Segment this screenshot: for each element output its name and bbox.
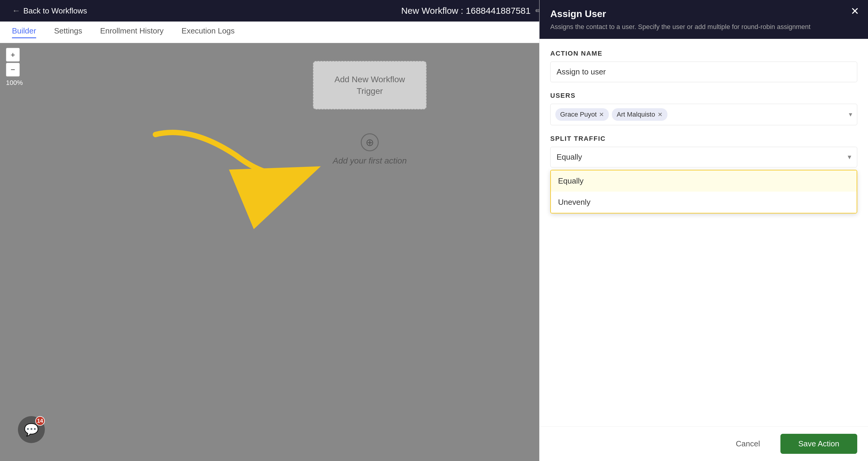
split-traffic-select[interactable]: Equally bbox=[550, 147, 857, 167]
split-traffic-label: SPLIT TRAFFIC bbox=[550, 135, 857, 143]
add-action-button[interactable]: ⊕ bbox=[361, 133, 379, 151]
panel-title: Assign User bbox=[550, 8, 857, 20]
zoom-out-icon: − bbox=[10, 65, 15, 74]
panel-footer: Cancel Save Action bbox=[539, 426, 868, 461]
zoom-level-label: 100% bbox=[6, 79, 23, 87]
user-tag-art-name: Art Malquisto bbox=[617, 111, 655, 118]
chat-badge: 14 bbox=[35, 416, 45, 426]
connector-line bbox=[369, 118, 370, 133]
tab-enrollment-history[interactable]: Enrollment History bbox=[100, 26, 163, 38]
panel-close-button[interactable]: ✕ bbox=[851, 6, 859, 16]
action-name-label: ACTION NAME bbox=[550, 50, 857, 57]
split-traffic-dropdown: Equally Unevenly bbox=[550, 170, 857, 213]
trigger-box[interactable]: Add New Workflow Trigger bbox=[313, 61, 427, 110]
action-name-input[interactable] bbox=[550, 62, 857, 82]
tab-builder[interactable]: Builder bbox=[12, 26, 36, 38]
plus-icon: ⊕ bbox=[366, 136, 374, 148]
tab-execution-logs[interactable]: Execution Logs bbox=[181, 26, 235, 38]
trigger-label: Add New Workflow Trigger bbox=[335, 75, 405, 96]
add-first-action-label: Add your first action bbox=[333, 156, 406, 165]
zoom-in-icon: + bbox=[10, 50, 15, 60]
panel-body: ACTION NAME USERS Grace Puyot ✕ Art Malq… bbox=[539, 39, 868, 426]
zoom-in-button[interactable]: + bbox=[6, 48, 20, 62]
tab-settings[interactable]: Settings bbox=[54, 26, 82, 38]
save-action-button[interactable]: Save Action bbox=[780, 434, 857, 454]
dropdown-item-unevenly[interactable]: Unevenly bbox=[551, 192, 857, 213]
users-label: USERS bbox=[550, 92, 857, 99]
back-to-workflows-button[interactable]: ← Back to Workflows bbox=[12, 6, 87, 16]
user-tag-art: Art Malquisto ✕ bbox=[612, 108, 667, 121]
workflow-title-text: New Workflow : 1688441887581 bbox=[401, 6, 531, 16]
assign-user-panel: Assign User Assigns the contact to a use… bbox=[539, 0, 868, 461]
split-traffic-section: SPLIT TRAFFIC Equally Equally Unevenly bbox=[550, 135, 857, 213]
panel-subtitle: Assigns the contact to a user. Specify t… bbox=[550, 23, 819, 32]
chat-widget[interactable]: 💬 14 bbox=[18, 416, 45, 443]
cancel-button[interactable]: Cancel bbox=[721, 434, 774, 454]
users-field[interactable]: Grace Puyot ✕ Art Malquisto ✕ ▾ bbox=[550, 104, 857, 125]
chat-icon: 💬 bbox=[24, 423, 39, 437]
back-button-label: Back to Workflows bbox=[23, 6, 87, 16]
split-traffic-select-wrapper: Equally bbox=[550, 147, 857, 167]
dropdown-item-equally[interactable]: Equally bbox=[551, 171, 857, 192]
user-tag-grace: Grace Puyot ✕ bbox=[555, 108, 609, 121]
remove-art-button[interactable]: ✕ bbox=[658, 111, 663, 118]
users-dropdown-arrow: ▾ bbox=[849, 111, 852, 118]
remove-grace-button[interactable]: ✕ bbox=[599, 111, 604, 118]
user-tag-grace-name: Grace Puyot bbox=[560, 111, 597, 118]
zoom-out-button[interactable]: − bbox=[6, 63, 20, 76]
zoom-controls: + − 100% bbox=[6, 48, 23, 87]
panel-header: Assign User Assigns the contact to a use… bbox=[539, 0, 868, 39]
back-arrow-icon: ← bbox=[12, 6, 20, 16]
